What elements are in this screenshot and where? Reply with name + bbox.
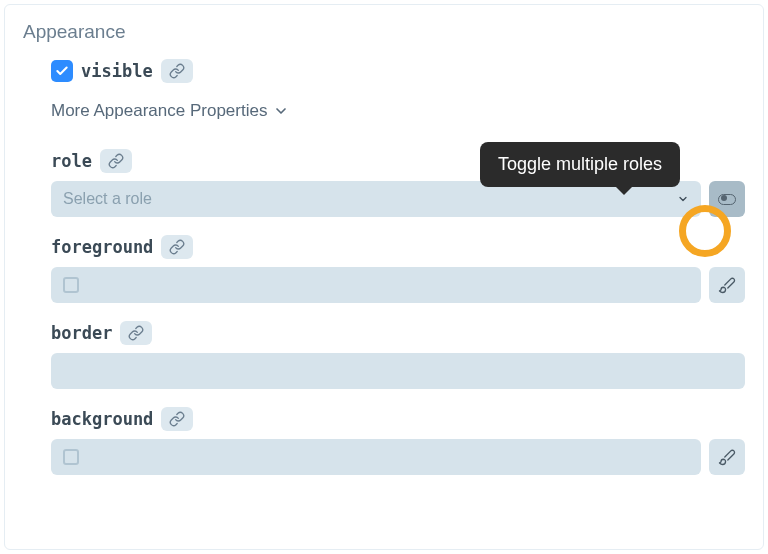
- prop-border: border: [23, 321, 745, 389]
- appearance-panel: Appearance visible More Appearance Prope…: [4, 4, 764, 550]
- chevron-down-icon: [677, 193, 689, 205]
- link-icon: [108, 153, 124, 169]
- foreground-label-line: foreground: [51, 235, 745, 259]
- border-label-line: border: [51, 321, 745, 345]
- link-icon: [169, 411, 185, 427]
- prop-foreground: foreground: [23, 235, 745, 303]
- visible-label: visible: [81, 61, 153, 81]
- foreground-input[interactable]: [51, 267, 701, 303]
- background-link-button[interactable]: [161, 407, 193, 431]
- toggle-icon: [718, 194, 736, 205]
- brush-icon: [718, 448, 736, 466]
- link-icon: [169, 63, 185, 79]
- color-swatch-icon: [63, 277, 79, 293]
- tooltip: Toggle multiple roles: [480, 142, 680, 187]
- role-label: role: [51, 151, 92, 171]
- visible-link-button[interactable]: [161, 59, 193, 83]
- toggle-multiple-roles-button[interactable]: [709, 181, 745, 217]
- link-icon: [169, 239, 185, 255]
- foreground-link-button[interactable]: [161, 235, 193, 259]
- background-label: background: [51, 409, 153, 429]
- foreground-label: foreground: [51, 237, 153, 257]
- foreground-input-line: [51, 267, 745, 303]
- more-appearance-toggle[interactable]: More Appearance Properties: [51, 101, 745, 121]
- link-icon: [128, 325, 144, 341]
- chevron-down-icon: [273, 103, 289, 119]
- more-appearance-label: More Appearance Properties: [51, 101, 267, 121]
- prop-visible: visible: [23, 59, 745, 83]
- border-input[interactable]: [51, 353, 745, 389]
- background-label-line: background: [51, 407, 745, 431]
- background-input[interactable]: [51, 439, 701, 475]
- border-input-line: [51, 353, 745, 389]
- background-input-line: [51, 439, 745, 475]
- brush-icon: [718, 276, 736, 294]
- foreground-picker-button[interactable]: [709, 267, 745, 303]
- border-label: border: [51, 323, 112, 343]
- section-title: Appearance: [23, 21, 745, 43]
- prop-background: background: [23, 407, 745, 475]
- color-swatch-icon: [63, 449, 79, 465]
- visible-label-line: visible: [51, 59, 745, 83]
- visible-checkbox[interactable]: [51, 60, 73, 82]
- border-link-button[interactable]: [120, 321, 152, 345]
- background-picker-button[interactable]: [709, 439, 745, 475]
- role-placeholder: Select a role: [63, 190, 152, 208]
- check-icon: [55, 64, 69, 78]
- role-link-button[interactable]: [100, 149, 132, 173]
